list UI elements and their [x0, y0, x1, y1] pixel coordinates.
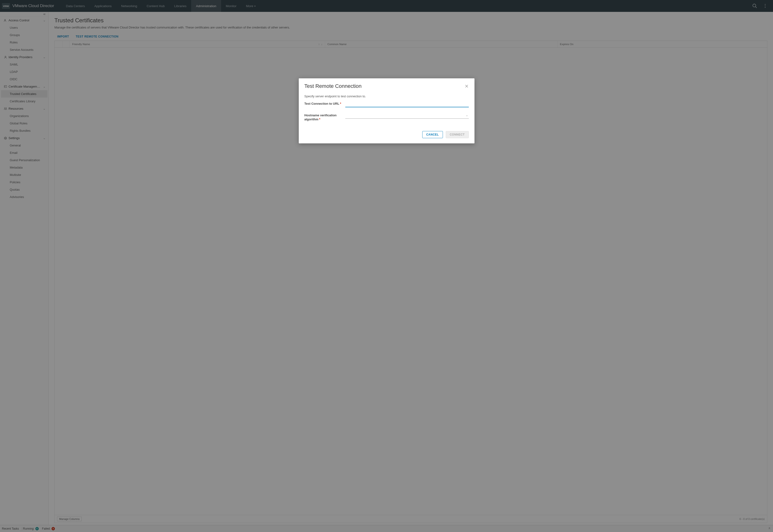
- url-field-label: Test Connection to URL*: [304, 101, 345, 106]
- cancel-button[interactable]: CANCEL: [422, 131, 443, 138]
- connect-button[interactable]: CONNECT: [446, 131, 469, 138]
- modal-description: Specify server endpoint to test connecti…: [304, 94, 469, 98]
- algorithm-field-label: Hostname verification algorithm*: [304, 113, 345, 122]
- close-icon[interactable]: [465, 84, 469, 88]
- modal-overlay: Test Remote Connection Specify server en…: [0, 0, 773, 532]
- test-remote-connection-dialog: Test Remote Connection Specify server en…: [299, 78, 475, 143]
- modal-title: Test Remote Connection: [304, 83, 362, 89]
- algorithm-select[interactable]: [345, 113, 469, 119]
- url-input[interactable]: [345, 101, 469, 107]
